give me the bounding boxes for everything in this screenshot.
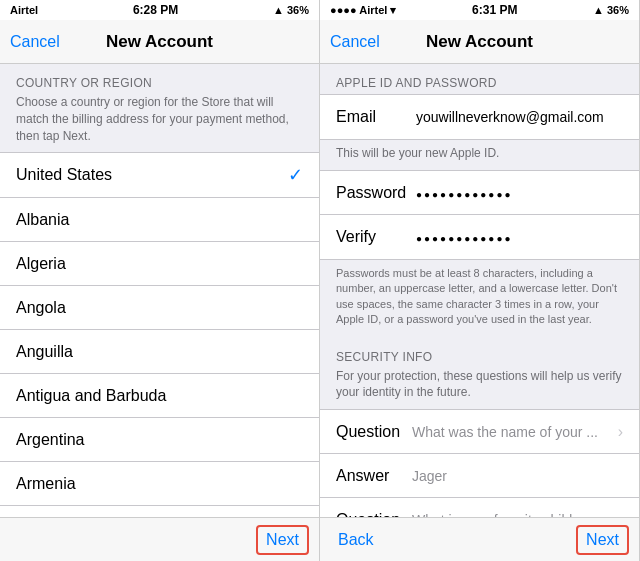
- right-nav-title: New Account: [426, 32, 533, 52]
- question2-row[interactable]: Question What is your favorite childre..…: [320, 498, 639, 517]
- left-signal: ▲ 36%: [273, 4, 309, 16]
- list-item[interactable]: Armenia: [0, 462, 319, 506]
- right-status-bar: ●●●● Airtel ▾ 6:31 PM ▲ 36%: [320, 0, 639, 20]
- left-panel: Airtel 6:28 PM ▲ 36% Cancel New Account …: [0, 0, 320, 561]
- password-form: Password Verify: [320, 170, 639, 260]
- list-item[interactable]: United States ✓: [0, 153, 319, 198]
- left-cancel-button[interactable]: Cancel: [10, 33, 60, 51]
- question1-value: What was the name of your ...: [406, 424, 618, 440]
- password-hint: Passwords must be at least 8 characters,…: [320, 260, 639, 338]
- right-bottom-toolbar: Back Next: [320, 517, 639, 561]
- apple-id-form: Email youwillneverknow@gmail.com: [320, 94, 639, 140]
- email-hint: This will be your new Apple ID.: [320, 140, 639, 170]
- email-row[interactable]: Email youwillneverknow@gmail.com: [320, 95, 639, 139]
- password-dots: [416, 185, 623, 201]
- question1-label: Question: [336, 423, 406, 441]
- right-content: APPLE ID AND PASSWORD Email youwillnever…: [320, 64, 639, 517]
- left-status-bar: Airtel 6:28 PM ▲ 36%: [0, 0, 319, 20]
- answer1-label: Answer: [336, 467, 406, 485]
- list-item[interactable]: Anguilla: [0, 330, 319, 374]
- answer1-value: Jager: [406, 468, 623, 484]
- right-back-button[interactable]: Back: [330, 527, 382, 553]
- list-item[interactable]: Angola: [0, 286, 319, 330]
- left-nav-title: New Account: [106, 32, 213, 52]
- left-carrier: Airtel: [10, 4, 38, 16]
- password-label: Password: [336, 184, 416, 202]
- right-cancel-button[interactable]: Cancel: [330, 33, 380, 51]
- right-panel: ●●●● Airtel ▾ 6:31 PM ▲ 36% Cancel New A…: [320, 0, 640, 561]
- list-item[interactable]: Antigua and Barbuda: [0, 374, 319, 418]
- security-section-header: SECURITY INFO: [320, 338, 639, 368]
- answer1-row[interactable]: Answer Jager: [320, 454, 639, 498]
- country-list: United States ✓ Albania Algeria Angola A…: [0, 152, 319, 517]
- right-time: 6:31 PM: [472, 3, 517, 17]
- left-nav-bar: Cancel New Account: [0, 20, 319, 64]
- list-item[interactable]: Algeria: [0, 242, 319, 286]
- security-form: Question What was the name of your ... ›…: [320, 409, 639, 517]
- password-row[interactable]: Password: [320, 171, 639, 215]
- left-time: 6:28 PM: [133, 3, 178, 17]
- right-next-button[interactable]: Next: [576, 525, 629, 555]
- question1-row[interactable]: Question What was the name of your ... ›: [320, 410, 639, 454]
- right-nav-bar: Cancel New Account: [320, 20, 639, 64]
- right-signal: ▲ 36%: [593, 4, 629, 16]
- email-value: youwillneverknow@gmail.com: [416, 109, 623, 125]
- left-next-button[interactable]: Next: [256, 525, 309, 555]
- verify-row[interactable]: Verify: [320, 215, 639, 259]
- verify-dots: [416, 229, 623, 245]
- list-item[interactable]: Australia: [0, 506, 319, 517]
- checkmark-icon: ✓: [288, 164, 303, 186]
- apple-id-section-header: APPLE ID AND PASSWORD: [320, 64, 639, 94]
- security-section-desc: For your protection, these questions wil…: [320, 368, 639, 410]
- right-carrier: ●●●● Airtel ▾: [330, 4, 396, 17]
- email-label: Email: [336, 108, 416, 126]
- left-content: COUNTRY OR REGION Choose a country or re…: [0, 64, 319, 517]
- list-item[interactable]: Argentina: [0, 418, 319, 462]
- verify-label: Verify: [336, 228, 416, 246]
- country-section-header: COUNTRY OR REGION: [0, 64, 319, 94]
- chevron-right-icon: ›: [618, 423, 623, 441]
- country-section-desc: Choose a country or region for the Store…: [0, 94, 319, 152]
- list-item[interactable]: Albania: [0, 198, 319, 242]
- left-bottom-toolbar: Next: [0, 517, 319, 561]
